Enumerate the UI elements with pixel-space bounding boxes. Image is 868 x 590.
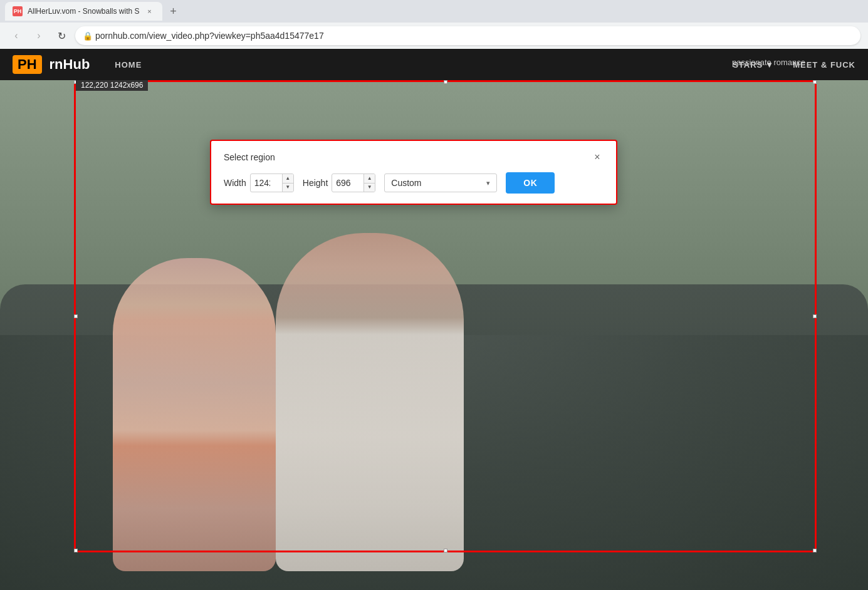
- lock-icon: 🔒: [83, 31, 93, 41]
- back-icon: ‹: [14, 30, 18, 41]
- forward-button[interactable]: ›: [30, 27, 48, 44]
- height-field: Height ▲ ▼: [303, 173, 375, 192]
- url-input[interactable]: [75, 26, 860, 45]
- height-decrement-button[interactable]: ▼: [363, 184, 375, 192]
- passionate-text: passionate romance: [732, 58, 805, 67]
- url-bar-wrapper: 🔒: [75, 26, 860, 45]
- dropdown-arrow-icon: ▾: [486, 179, 490, 187]
- logo-ph-badge: PH: [13, 55, 42, 74]
- dialog-title: Select region: [224, 152, 275, 162]
- dialog-body: Width ▲ ▼ Height ▲: [224, 172, 604, 194]
- select-region-dialog: Select region × Width ▲ ▼: [210, 140, 617, 205]
- width-spinner: ▲ ▼: [282, 174, 293, 192]
- address-bar: ‹ › ↻ 🔒: [0, 23, 868, 49]
- sidebar-item-home[interactable]: HOME: [115, 60, 142, 70]
- figure-left: [113, 258, 276, 571]
- dialog-header: Select region ×: [224, 151, 604, 163]
- active-tab[interactable]: PH AllHerLuv.vom - Snowballs with S ×: [5, 2, 162, 21]
- width-field: Width ▲ ▼: [224, 173, 294, 192]
- site-logo[interactable]: PH rnHub: [13, 55, 90, 74]
- width-input-wrap: ▲ ▼: [250, 173, 294, 192]
- reload-icon: ↻: [58, 30, 66, 42]
- tab-title: AllHerLuv.vom - Snowballs with S: [28, 7, 140, 16]
- video-area: 122,220 1242x696 Select region × Width: [0, 80, 868, 590]
- browser-chrome: PH AllHerLuv.vom - Snowballs with S × + …: [0, 0, 868, 49]
- height-increment-button[interactable]: ▲: [363, 174, 375, 184]
- dialog-close-button[interactable]: ×: [591, 151, 604, 163]
- tab-bar: PH AllHerLuv.vom - Snowballs with S × +: [0, 0, 868, 23]
- forward-icon: ›: [37, 30, 40, 41]
- width-label: Width: [224, 178, 246, 188]
- width-decrement-button[interactable]: ▼: [282, 184, 293, 192]
- width-increment-button[interactable]: ▲: [282, 174, 293, 184]
- tab-favicon: PH: [13, 6, 23, 16]
- preset-dropdown[interactable]: Custom ▾: [384, 173, 497, 192]
- page-content: PH rnHub HOME STARS ▼ MEET & FUCK passio…: [0, 49, 868, 590]
- ok-button[interactable]: OK: [506, 172, 555, 194]
- figure-right: [276, 233, 464, 571]
- logo-text: rnHub: [50, 56, 90, 73]
- height-spinner: ▲ ▼: [363, 174, 375, 192]
- height-label: Height: [303, 178, 328, 188]
- preset-label: Custom: [391, 178, 421, 188]
- tab-close-button[interactable]: ×: [145, 6, 155, 16]
- reload-button[interactable]: ↻: [53, 27, 70, 44]
- new-tab-button[interactable]: +: [165, 3, 182, 20]
- back-button[interactable]: ‹: [8, 27, 25, 44]
- height-input-wrap: ▲ ▼: [332, 173, 375, 192]
- site-nav: PH rnHub HOME STARS ▼ MEET & FUCK passio…: [0, 49, 868, 80]
